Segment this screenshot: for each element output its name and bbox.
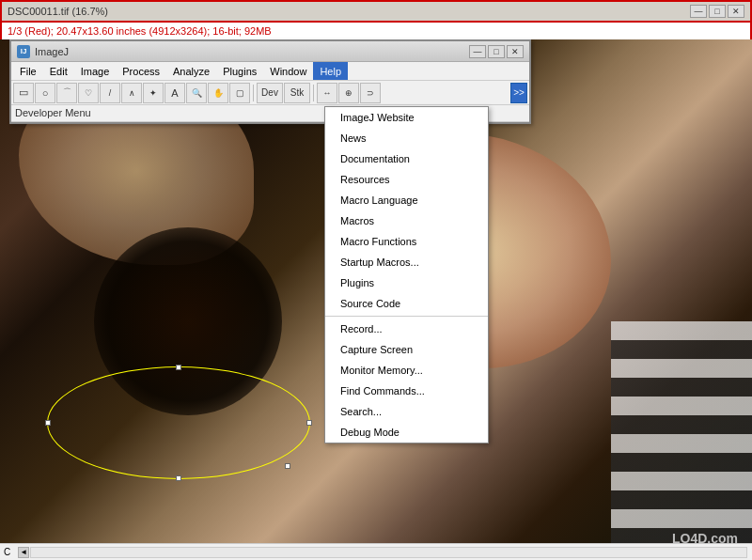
horizontal-scrollbar-track[interactable] bbox=[30, 547, 747, 558]
menu-item-plugins[interactable]: Plugins bbox=[325, 272, 488, 293]
tool-text[interactable]: A bbox=[164, 83, 185, 103]
menu-help[interactable]: Help bbox=[313, 62, 348, 80]
status-text-c: C bbox=[4, 547, 10, 557]
menu-item-resources[interactable]: Resources bbox=[325, 169, 488, 190]
tool-freehand[interactable]: ♡ bbox=[78, 83, 99, 103]
menu-file[interactable]: File bbox=[13, 62, 43, 80]
menu-image[interactable]: Image bbox=[74, 62, 117, 80]
toolbar-separator-1 bbox=[253, 85, 254, 101]
menu-item-record[interactable]: Record... bbox=[325, 319, 488, 339]
handle-top-left[interactable] bbox=[176, 365, 181, 370]
menu-plugins[interactable]: Plugins bbox=[216, 62, 263, 80]
menu-separator-1 bbox=[325, 316, 488, 317]
tool-extra-3[interactable]: ⊃ bbox=[360, 83, 381, 103]
scroll-left-button[interactable]: ◄ bbox=[18, 547, 29, 558]
tool-oval[interactable]: ○ bbox=[35, 83, 55, 103]
tool-extra-1[interactable]: ↔ bbox=[317, 83, 337, 103]
menu-item-macro-language[interactable]: Macro Language bbox=[325, 190, 488, 210]
toolbar: ▭ ○ ⌒ ♡ / ∧ ✦ A 🔍 ✋ ▢ Dev Stk ↔ ⊕ ⊃ >> bbox=[11, 81, 529, 105]
menu-edit[interactable]: Edit bbox=[43, 62, 74, 80]
imagej-window-controls: — □ ✕ bbox=[469, 45, 524, 58]
tool-point[interactable]: ✦ bbox=[143, 83, 164, 103]
menu-item-monitor-memory[interactable]: Monitor Memory... bbox=[325, 360, 488, 381]
image-info-text: 1/3 (Red); 20.47x13.60 inches (4912x3264… bbox=[8, 25, 272, 37]
menu-item-startup-macros[interactable]: Startup Macros... bbox=[325, 252, 488, 272]
tool-polyline[interactable]: ∧ bbox=[121, 83, 142, 103]
toolbar-overflow-button[interactable]: >> bbox=[510, 83, 527, 103]
tool-extra-2[interactable]: ⊕ bbox=[338, 83, 359, 103]
tab-stk[interactable]: Stk bbox=[284, 83, 310, 103]
outer-close-button[interactable]: ✕ bbox=[728, 5, 744, 18]
imagej-title: ImageJ bbox=[35, 46, 469, 57]
outer-title-bar: DSC00011.tif (16.7%) — □ ✕ bbox=[2, 2, 750, 23]
menu-item-imagej-website[interactable]: ImageJ Website bbox=[325, 107, 488, 128]
imagej-maximize-button[interactable]: □ bbox=[488, 45, 505, 58]
menu-analyze[interactable]: Analyze bbox=[166, 62, 216, 80]
help-dropdown-menu: ImageJ Website News Documentation Resour… bbox=[324, 106, 489, 443]
outer-maximize-button[interactable]: □ bbox=[709, 5, 726, 18]
menu-bar: File Edit Image Process Analyze Plugins … bbox=[11, 62, 529, 81]
handle-bottom-right[interactable] bbox=[285, 463, 290, 469]
menu-item-macro-functions[interactable]: Macro Functions bbox=[325, 231, 488, 252]
handle-left[interactable] bbox=[45, 420, 51, 426]
toolbar-separator-2 bbox=[313, 85, 314, 101]
tool-polygon[interactable]: ⌒ bbox=[56, 83, 77, 103]
imagej-title-bar: IJ ImageJ — □ ✕ bbox=[11, 41, 529, 62]
menu-item-find-commands[interactable]: Find Commands... bbox=[325, 381, 488, 401]
menu-item-source-code[interactable]: Source Code bbox=[325, 293, 488, 314]
imagej-minimize-button[interactable]: — bbox=[469, 45, 486, 58]
tool-crop[interactable]: ▢ bbox=[229, 83, 250, 103]
menu-window[interactable]: Window bbox=[263, 62, 313, 80]
menu-item-documentation[interactable]: Documentation bbox=[325, 148, 488, 169]
tool-line[interactable]: / bbox=[100, 83, 120, 103]
status-bar: C ◄ bbox=[0, 543, 752, 560]
tool-scroll[interactable]: ✋ bbox=[208, 83, 228, 103]
tab-dev[interactable]: Dev bbox=[257, 83, 283, 103]
menu-item-news[interactable]: News bbox=[325, 128, 488, 148]
tool-magnify[interactable]: 🔍 bbox=[186, 83, 207, 103]
menu-item-macros[interactable]: Macros bbox=[325, 210, 488, 231]
handle-right[interactable] bbox=[306, 420, 312, 426]
imagej-close-button[interactable]: ✕ bbox=[507, 45, 524, 58]
menu-process[interactable]: Process bbox=[116, 62, 166, 80]
menu-item-capture-screen[interactable]: Capture Screen bbox=[325, 339, 488, 360]
outer-window-title: DSC00011.tif (16.7%) bbox=[8, 6, 690, 17]
menu-item-search[interactable]: Search... bbox=[325, 401, 488, 422]
outer-minimize-button[interactable]: — bbox=[690, 5, 707, 18]
ellipse-selection bbox=[47, 366, 310, 479]
handle-bottom[interactable] bbox=[176, 475, 181, 481]
outer-window-controls: — □ ✕ bbox=[690, 5, 744, 18]
menu-item-debug-mode[interactable]: Debug Mode bbox=[325, 422, 488, 443]
imagej-app-icon: IJ bbox=[17, 45, 30, 58]
tool-rectangle[interactable]: ▭ bbox=[13, 83, 34, 103]
image-info-bar: 1/3 (Red); 20.47x13.60 inches (4912x3264… bbox=[2, 23, 750, 41]
